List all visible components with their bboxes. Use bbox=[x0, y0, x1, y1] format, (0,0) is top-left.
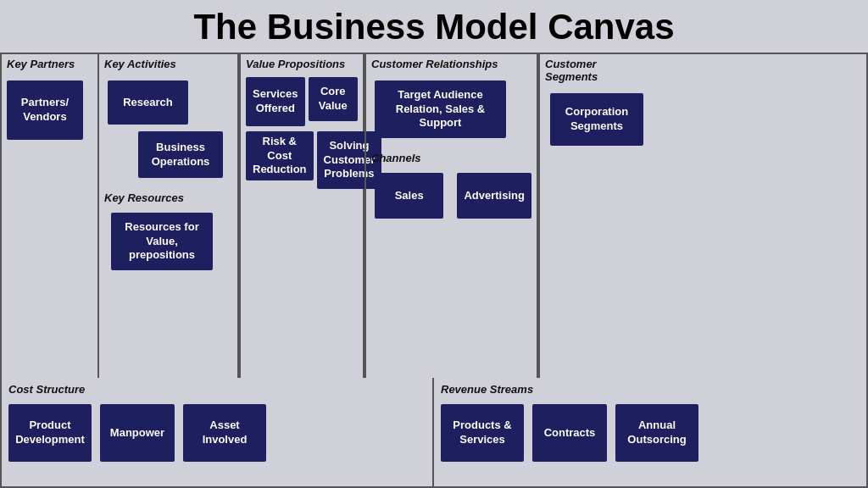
col-value-propositions: Value Propositions Services Offered Core… bbox=[239, 54, 364, 378]
col-customer-relationships: Customer Relationships Target Audience R… bbox=[364, 54, 538, 378]
customer-relationships-label: Customer Relationships bbox=[371, 58, 531, 70]
col-key-activities: Key Activities Research Business Operati… bbox=[99, 54, 239, 378]
card-corporation-segments: Corporation Segments bbox=[550, 93, 643, 146]
key-partners-label: Key Partners bbox=[7, 58, 92, 70]
card-research: Research bbox=[108, 80, 188, 125]
card-risk-cost: Risk & Cost Reduction bbox=[246, 131, 314, 180]
bottom-section: Cost Structure Product Development Manpo… bbox=[0, 378, 868, 488]
customer-segments-label: Customer Segments bbox=[545, 58, 647, 83]
card-business-operations: Business Operations bbox=[138, 131, 223, 178]
value-propositions-label: Value Propositions bbox=[246, 58, 358, 70]
col-key-partners: Key Partners Partners/Vendors bbox=[2, 54, 99, 378]
main-title: The Business Model Canvas bbox=[0, 0, 868, 53]
top-section: Key Partners Partners/Vendors Key Activi… bbox=[0, 53, 868, 378]
card-target-audience: Target Audience Relation, Sales & Suppor… bbox=[375, 80, 506, 138]
card-asset-involved: Asset Involved bbox=[183, 404, 266, 462]
card-contracts: Contracts bbox=[532, 404, 607, 462]
revenue-streams-label: Revenue Streams bbox=[441, 383, 860, 396]
channels-label: Channels bbox=[371, 152, 531, 164]
card-products-services: Products & Services bbox=[441, 404, 524, 462]
card-resources: Resources for Value, prepositions bbox=[111, 213, 213, 270]
cost-structure-label: Cost Structure bbox=[8, 383, 426, 396]
card-services-offered: Services Offered bbox=[246, 77, 305, 126]
card-sales: Sales bbox=[375, 173, 443, 219]
col-cost-structure: Cost Structure Product Development Manpo… bbox=[2, 378, 434, 486]
key-resources-label: Key Resources bbox=[104, 191, 232, 204]
canvas-area: Key Partners Partners/Vendors Key Activi… bbox=[0, 53, 868, 488]
card-partners-vendors: Partners/Vendors bbox=[7, 80, 83, 140]
col-revenue-streams: Revenue Streams Products & Services Cont… bbox=[434, 378, 866, 486]
card-annual-outsorcing: Annual Outsorcing bbox=[615, 404, 698, 462]
card-manpower: Manpower bbox=[100, 404, 175, 462]
key-activities-label: Key Activities bbox=[104, 58, 232, 70]
card-product-development: Product Development bbox=[8, 404, 92, 462]
col-customer-segments: Customer Segments Corporation Segments bbox=[538, 54, 652, 378]
card-advertising: Advertising bbox=[457, 173, 531, 219]
card-core-value: Core Value bbox=[309, 77, 359, 121]
